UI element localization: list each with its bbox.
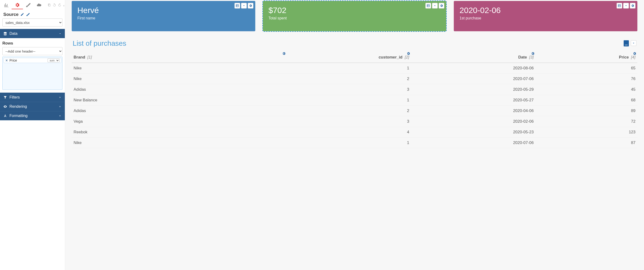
cell-price: 89 [536, 106, 638, 116]
cell-customer-id: 3 [287, 116, 411, 127]
col-settings-icon[interactable] [282, 52, 286, 55]
accordion-filters[interactable]: Filters [0, 93, 65, 102]
sidebar-tab-strip [0, 0, 65, 9]
source-brush-icon[interactable] [26, 13, 30, 16]
cell-date: 2020-07-06 [411, 138, 536, 148]
cell-date: 2020-05-29 [411, 84, 536, 95]
col-label: Date [518, 55, 527, 60]
copy-icon[interactable] [47, 3, 51, 7]
card-first-purchase[interactable]: 2020-02-06 1st purchase [454, 1, 638, 31]
card-value: Hervé [77, 6, 250, 15]
col-customer-id[interactable]: customer_id [2] [287, 52, 411, 63]
card-value: $702 [268, 6, 441, 15]
card-view-table-icon[interactable] [426, 3, 431, 9]
filter-icon [3, 95, 7, 99]
list-dropdown-icon[interactable] [631, 40, 636, 46]
card-dropdown-icon[interactable] [241, 3, 247, 9]
rows-drop-zone[interactable]: Price sum [2, 57, 62, 90]
col-label: Brand [74, 55, 85, 60]
cell-price: 65 [536, 63, 638, 74]
card-settings-icon[interactable] [630, 3, 636, 9]
redo-icon[interactable] [58, 3, 62, 7]
tab-settings-icon[interactable] [15, 2, 20, 8]
cell-price: 123 [536, 127, 638, 138]
cell-customer-id: 1 [287, 95, 411, 106]
cell-brand: Nike [72, 138, 287, 148]
col-settings-icon[interactable] [531, 52, 535, 55]
cell-date: 2020-07-06 [411, 74, 536, 84]
list-header: List of purchases csv [72, 39, 638, 47]
accordion-rendering-label: Rendering [10, 104, 56, 109]
cell-customer-id: 1 [287, 63, 411, 74]
row-chip-price[interactable]: Price sum [4, 58, 61, 63]
tab-chart-icon[interactable] [4, 2, 9, 8]
cell-price: 76 [536, 74, 638, 84]
font-icon [3, 114, 7, 118]
list-title: List of purchases [73, 39, 126, 47]
card-dropdown-icon[interactable] [432, 3, 438, 9]
card-label: First name [77, 16, 250, 20]
cell-price: 68 [536, 95, 638, 106]
chevron-right-icon [59, 105, 62, 108]
col-index: [2] [405, 55, 409, 60]
cell-brand: Reebok [72, 127, 287, 138]
chevron-right-icon [59, 114, 62, 117]
chevron-down-icon [59, 32, 62, 35]
cell-customer-id: 1 [287, 138, 411, 148]
card-first-name[interactable]: Hervé First name [72, 1, 255, 31]
table-row[interactable]: Reebok42020-05-23123 [72, 127, 638, 138]
card-tools [426, 3, 444, 9]
remove-chip-icon[interactable] [5, 59, 8, 62]
table-row[interactable]: Vega32020-02-0672 [72, 116, 638, 127]
cell-customer-id: 2 [287, 74, 411, 84]
cell-date: 2020-08-06 [411, 63, 536, 74]
sidebar: Source sales_data.xlsx Data Rows --Add o… [0, 0, 65, 270]
col-index: [1] [88, 55, 92, 60]
eye-icon [3, 105, 7, 108]
table-row[interactable]: Adidas32020-05-2945 [72, 84, 638, 95]
cell-brand: New Balance [72, 95, 287, 106]
accordion-rendering[interactable]: Rendering [0, 102, 65, 111]
card-dropdown-icon[interactable] [623, 3, 629, 9]
sidebar-right-tools [47, 3, 67, 7]
table-row[interactable]: Nike12020-07-0687 [72, 138, 638, 148]
accordion-data[interactable]: Data [0, 29, 65, 38]
source-edit-icon[interactable] [20, 13, 24, 16]
main-panel: Hervé First name $702 Total spent 2020-0… [65, 0, 644, 270]
col-date[interactable]: Date [3] [411, 52, 536, 63]
table-row[interactable]: Adidas22020-04-0689 [72, 106, 638, 116]
tab-cloud-icon[interactable] [36, 2, 42, 8]
table-row[interactable]: New Balance12020-05-2768 [72, 95, 638, 106]
card-settings-icon[interactable] [439, 3, 444, 9]
card-view-table-icon[interactable] [616, 3, 622, 9]
cell-brand: Vega [72, 116, 287, 127]
source-label: Source [0, 9, 65, 19]
table-header-row: Brand [1] customer_id [2] Date [3] Price [72, 52, 638, 63]
accordion-data-label: Data [10, 32, 56, 36]
cell-date: 2020-05-23 [411, 127, 536, 138]
col-price[interactable]: Price [4] [536, 52, 638, 63]
rows-add-header-select[interactable]: --Add one header-- [2, 47, 62, 55]
card-view-table-icon[interactable] [234, 3, 240, 9]
cell-brand: Nike [72, 74, 287, 84]
card-total-spent[interactable]: $702 Total spent [263, 1, 446, 31]
purchases-table: Brand [1] customer_id [2] Date [3] Price [72, 52, 638, 148]
accordion-formatting[interactable]: Formatting [0, 111, 65, 120]
col-label: customer_id [378, 55, 402, 60]
col-index: [4] [631, 55, 636, 60]
col-settings-icon[interactable] [406, 52, 410, 55]
card-settings-icon[interactable] [248, 3, 254, 9]
tab-style-icon[interactable] [26, 2, 31, 8]
col-brand[interactable]: Brand [1] [72, 52, 287, 63]
source-select[interactable]: sales_data.xlsx [2, 19, 62, 27]
cell-customer-id: 3 [287, 84, 411, 95]
col-settings-icon[interactable] [633, 52, 636, 55]
table-row[interactable]: Nike12020-08-0665 [72, 63, 638, 74]
row-chip-agg-select[interactable]: sum [48, 59, 60, 62]
accordion-data-body: Rows --Add one header-- Price sum [0, 38, 65, 93]
cell-customer-id: 2 [287, 106, 411, 116]
export-csv-icon[interactable]: csv [624, 40, 629, 47]
table-row[interactable]: Nike22020-07-0676 [72, 74, 638, 84]
card-tools [616, 3, 636, 9]
undo-icon[interactable] [52, 3, 56, 7]
